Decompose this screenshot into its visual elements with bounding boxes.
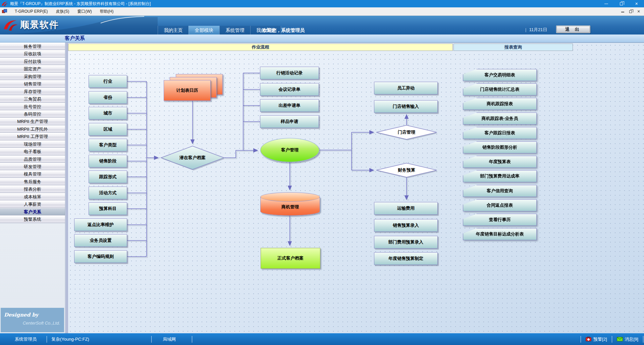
sidebar-item[interactable]: 品质管理 (0, 155, 65, 163)
flow-node[interactable]: 会议记录单 (260, 83, 319, 96)
page-title-bar: 客户关系 (0, 34, 644, 43)
header-banner: 顺景软件 我的主页 全部模块 系统管理 我的单据 欢迎您，系统管理员 |11月2… (0, 16, 644, 34)
sidebar-item[interactable]: 批号管控 (0, 103, 65, 110)
store-mgmt-label[interactable]: 门店管理 (380, 128, 433, 136)
flow-node[interactable]: 跟踪形式 (89, 170, 127, 183)
sidebar-item[interactable]: 人事薪资 (0, 200, 65, 208)
workflow-canvas: 作业流程 报表查询 (68, 43, 644, 333)
flow-node[interactable]: 年度销售预算制定 (374, 252, 438, 265)
sidebar-item[interactable]: 应收款项 (0, 50, 65, 57)
flow-node[interactable]: 客户类型 (89, 139, 127, 151)
potential-customer-label[interactable]: 潜在客户档案 (164, 154, 221, 162)
sidebar-item[interactable]: 现场管理 (0, 140, 65, 148)
flow-node[interactable]: 活动方式 (89, 187, 127, 199)
mdi-restore-button[interactable] (627, 10, 635, 14)
flow-node[interactable]: 业务员设置 (74, 234, 127, 247)
sidebar-item[interactable]: 条码管控 (0, 110, 65, 118)
window-titlebar: 顺景『T-GROUP』制造业ERP系统 - 东莞顺景软件科技有限公司 - [系统… (0, 0, 644, 7)
report-item[interactable]: 客户跟踪日报表 (463, 127, 537, 139)
menu-help[interactable]: 帮助(H) (96, 7, 118, 16)
flow-node[interactable]: 行业 (89, 75, 127, 88)
mdi-window-controls: ✕ (619, 7, 643, 16)
sidebar-splitter[interactable] (66, 43, 68, 333)
report-item[interactable]: 部门预算费用达成率 (463, 170, 537, 182)
flow-node[interactable]: 运输费用 (374, 202, 438, 215)
flow-node[interactable]: 销售预算录入 (374, 219, 438, 232)
finance-budget-label[interactable]: 财务预算 (380, 166, 433, 174)
message-envelope-icon (617, 337, 623, 341)
flow-node[interactable]: 门店销售输入 (374, 100, 438, 113)
sidebar-item[interactable]: 模具管理 (0, 170, 65, 178)
sidebar-item[interactable]: 三角贸易 (0, 95, 65, 102)
status-network: 局域网 (163, 336, 176, 342)
report-item[interactable]: 查看行事历 (463, 214, 537, 226)
window-close-button[interactable]: ✕ (629, 0, 644, 7)
flow-connectors (68, 43, 644, 333)
sidebar-item[interactable]: MRPII 工序托外 (0, 125, 65, 133)
sidebar-item[interactable]: 电子看板 (0, 148, 65, 155)
sidebar-item[interactable]: MRPII 生产管理 (0, 118, 65, 125)
flow-node[interactable]: 返点比率维护 (74, 218, 127, 231)
flow-node[interactable]: 出差申请单 (260, 99, 319, 112)
report-item[interactable]: 客户信用查询 (463, 185, 537, 197)
calendar-node[interactable]: 计划表日历 (164, 80, 211, 101)
sidebar-item[interactable]: 成本核算 (0, 193, 65, 200)
sidebar-item[interactable]: 销售管理 (0, 80, 65, 87)
company-name: CenterSoft Co.,Ltd. (1, 321, 60, 326)
status-alert[interactable]: 预警[2] (586, 336, 607, 342)
customer-mgmt-node[interactable]: 客户管理 (260, 138, 319, 162)
sidebar-item[interactable]: 研发管理 (0, 163, 65, 170)
report-item[interactable]: 商机跟踪报表 (463, 98, 537, 110)
menu-skin[interactable]: 皮肤(S) (52, 7, 73, 16)
flow-node[interactable]: 部门费用预算录入 (374, 236, 438, 249)
report-item[interactable]: 销售阶段图形分析 (463, 141, 537, 153)
sidebar-item[interactable]: 固定资产 (0, 65, 65, 72)
flow-node[interactable]: 样品申请 (260, 115, 319, 128)
flow-node[interactable]: 预算科目 (89, 202, 127, 215)
status-user: 系统管理员 (15, 336, 37, 342)
mdi-minimize-button[interactable] (619, 10, 627, 14)
report-item[interactable]: 年度销售目标达成分析表 (463, 228, 537, 240)
sidebar-item[interactable]: 应付款项 (0, 58, 65, 65)
mdi-close-button[interactable]: ✕ (635, 9, 643, 14)
window-restore-button[interactable] (614, 0, 629, 7)
flow-node[interactable]: 客户编码规则 (74, 250, 127, 263)
alert-kit-icon (586, 337, 591, 341)
designed-by-panel: Designed by CenterSoft Co.,Ltd. (1, 308, 64, 332)
status-message[interactable]: 消息[9] (617, 336, 638, 342)
sidebar-item-selected[interactable]: 客户关系 (0, 208, 65, 215)
sidebar-item[interactable]: 库存管理 (0, 88, 65, 95)
tab-system-mgmt[interactable]: 系统管理 (219, 26, 250, 34)
tab-my-home[interactable]: 我的主页 (158, 26, 189, 34)
window-minimize-button[interactable] (599, 0, 614, 7)
formal-customer-node[interactable]: 正式客户档案 (261, 248, 320, 269)
tab-all-modules[interactable]: 全部模块 (189, 26, 219, 34)
flow-node[interactable]: 城市 (89, 107, 127, 120)
exit-button[interactable]: 退 出 (556, 25, 590, 33)
mdi-child-icon (2, 9, 7, 14)
brand-logo-icon (3, 18, 18, 32)
sidebar-item[interactable]: 预警系统 (0, 215, 65, 223)
status-bar: 系统管理员 复杂(Young-PC:FZ) 局域网 预警[2] 消息[9] (0, 333, 644, 345)
welcome-text: 欢迎您，系统管理员 (262, 27, 305, 33)
flow-node[interactable]: 行销活动记录 (260, 67, 319, 79)
sidebar-item[interactable]: 账务管理 (0, 43, 65, 50)
flow-node[interactable]: 员工异动 (374, 82, 438, 94)
report-item[interactable]: 客户交易明细表 (463, 69, 537, 81)
sidebar-item[interactable]: 采购管理 (0, 73, 65, 80)
report-item[interactable]: 门店销售统计汇总表 (463, 83, 537, 95)
brand-name: 顺景软件 (20, 19, 59, 31)
menu-tgroup-erp[interactable]: T-GROUP ERP(E) (11, 7, 52, 16)
banner-wave-decoration (0, 16, 644, 34)
report-item[interactable]: 商机跟踪表-业务员 (463, 113, 537, 125)
flow-node[interactable]: 省份 (89, 91, 127, 104)
menu-window[interactable]: 窗口(W) (73, 7, 96, 16)
flow-node[interactable]: 销售阶段 (89, 155, 127, 167)
app-logo-icon (1, 1, 8, 7)
sidebar-item[interactable]: MRPII 工序管理 (0, 133, 65, 140)
sidebar-item[interactable]: 售后服务 (0, 178, 65, 185)
flow-node[interactable]: 区域 (89, 123, 127, 136)
report-item[interactable]: 合同返点报表 (463, 199, 537, 211)
sidebar-item[interactable]: 报表分析 (0, 185, 65, 193)
report-item[interactable]: 年度预算表 (463, 156, 537, 168)
